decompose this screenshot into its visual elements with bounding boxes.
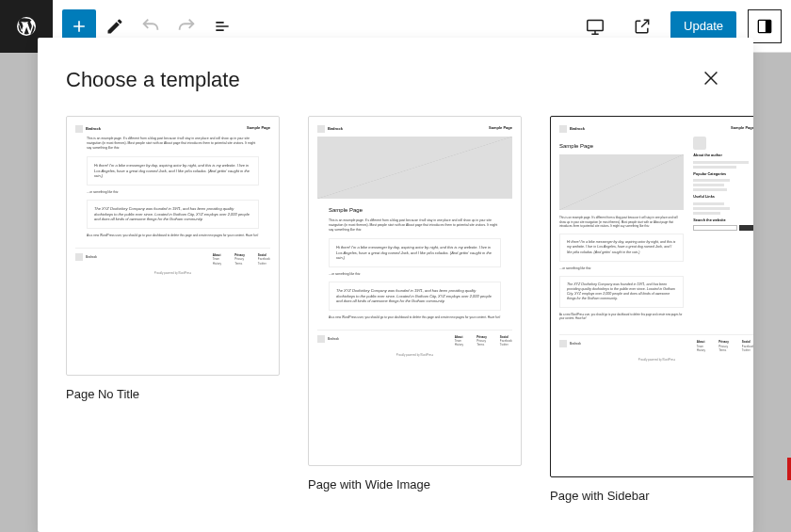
svg-rect-2 xyxy=(766,20,771,32)
svg-rect-0 xyxy=(588,20,604,30)
close-icon xyxy=(701,68,721,89)
template-label: Page with Sidebar xyxy=(550,489,753,503)
template-option-no-title[interactable]: BedrockSample Page This is an example pa… xyxy=(66,116,280,401)
update-button[interactable]: Update xyxy=(670,11,736,40)
template-option-sidebar[interactable]: BedrockSample Page Sample Page This is a… xyxy=(550,116,753,503)
template-label: Page No Title xyxy=(66,387,280,401)
close-button[interactable] xyxy=(697,64,725,95)
template-label: Page with Wide Image xyxy=(308,477,522,492)
scroll-indicator xyxy=(787,458,791,480)
modal-title: Choose a template xyxy=(66,68,240,92)
template-option-wide-image[interactable]: BedrockSample Page Sample Page This is a… xyxy=(308,116,522,492)
template-list: BedrockSample Page This is an example pa… xyxy=(66,116,725,503)
template-modal: Choose a template BedrockSample Page Thi… xyxy=(38,38,753,532)
